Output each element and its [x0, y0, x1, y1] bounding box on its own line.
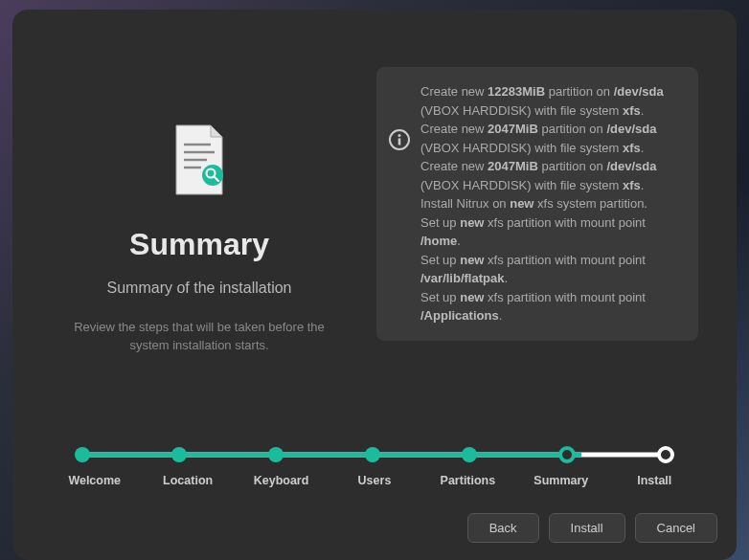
- left-panel: Summary Summary of the installation Revi…: [51, 38, 348, 399]
- document-review-icon: [169, 122, 230, 198]
- step-label-partitions: Partitions: [421, 474, 514, 487]
- stepper-dots: [75, 447, 674, 463]
- stepper: WelcomeLocationKeyboardUsersPartitionsSu…: [12, 409, 737, 502]
- info-icon: [388, 128, 411, 151]
- step-dot-keyboard: [268, 447, 284, 462]
- step-label-install: Install: [608, 474, 701, 487]
- back-button[interactable]: Back: [467, 513, 539, 543]
- step-dot-location: [171, 447, 187, 462]
- stepper-track: [75, 447, 674, 462]
- summary-box: Create new 12283MiB partition on /dev/sd…: [376, 67, 698, 341]
- step-dot-summary: [558, 446, 576, 463]
- page-title: Summary: [129, 227, 269, 262]
- step-dot-install: [657, 446, 674, 463]
- step-label-location: Location: [141, 474, 234, 487]
- summary-text: Create new 12283MiB partition on /dev/sd…: [420, 82, 683, 325]
- install-button[interactable]: Install: [549, 513, 625, 543]
- summary-line: Set up new xfs partition with mount poin…: [420, 251, 683, 288]
- installer-window: Summary Summary of the installation Revi…: [12, 10, 737, 560]
- main-content: Summary Summary of the installation Revi…: [12, 10, 737, 409]
- svg-rect-9: [398, 139, 401, 146]
- step-dot-users: [365, 447, 380, 462]
- right-panel: Create new 12283MiB partition on /dev/sd…: [376, 38, 698, 399]
- step-label-keyboard: Keyboard: [235, 474, 328, 487]
- step-dot-welcome: [75, 447, 90, 462]
- summary-line: Create new 2047MiB partition on /dev/sda…: [420, 157, 683, 194]
- page-subtitle: Summary of the installation: [107, 280, 292, 297]
- svg-point-8: [398, 134, 401, 137]
- step-label-welcome: Welcome: [48, 474, 141, 487]
- footer: Back Install Cancel: [12, 502, 737, 560]
- summary-line: Set up new xfs partition with mount poin…: [420, 213, 683, 251]
- svg-point-4: [202, 165, 223, 186]
- step-dot-partitions: [462, 447, 477, 462]
- stepper-labels: WelcomeLocationKeyboardUsersPartitionsSu…: [48, 474, 701, 487]
- summary-line: Create new 2047MiB partition on /dev/sda…: [420, 120, 683, 157]
- page-description: Review the steps that will be taken befo…: [65, 318, 333, 355]
- step-label-users: Users: [328, 474, 420, 487]
- cancel-button[interactable]: Cancel: [635, 513, 717, 543]
- summary-line: Set up new xfs partition with mount poin…: [420, 288, 683, 325]
- summary-line: Install Nitrux on new xfs system partiti…: [420, 194, 683, 213]
- step-label-summary: Summary: [514, 474, 607, 487]
- summary-line: Create new 12283MiB partition on /dev/sd…: [420, 82, 683, 120]
